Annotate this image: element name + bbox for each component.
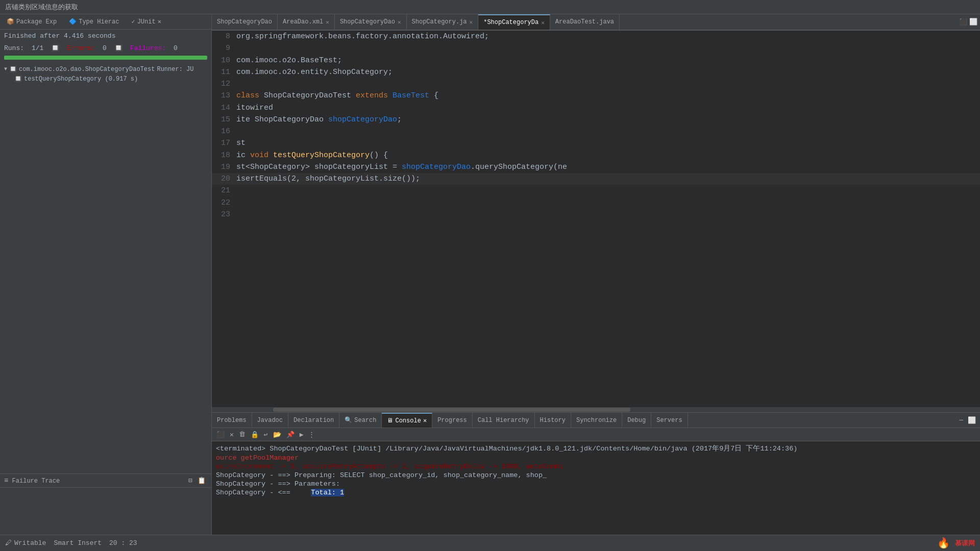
tab-debug[interactable]: Debug: [622, 413, 651, 428]
code-line-9: 9: [212, 42, 980, 54]
close-icon[interactable]: ✕: [326, 19, 329, 26]
tab-progress[interactable]: Progress: [432, 413, 473, 428]
tab-label: Servers: [656, 417, 682, 424]
bottom-panel-controls: — ⬜: [955, 413, 980, 428]
scrollbar-thumb[interactable]: [273, 408, 630, 412]
tab-label: Search: [354, 417, 376, 424]
tab-label: Call Hierarchy: [478, 417, 529, 424]
pin-console-btn[interactable]: 📌: [285, 430, 296, 439]
failures-label-text: Failures:: [130, 44, 166, 52]
code-line-18: 18 ic void testQueryShopCategory() {: [212, 149, 980, 161]
filter-btn[interactable]: ⊟: [187, 476, 194, 485]
maximize-bottom[interactable]: ⬜: [966, 416, 977, 425]
tab-console[interactable]: 🖥 Console ✕: [382, 413, 432, 428]
left-tabs: 📦 Package Exp 🔷 Type Hierac ✓ JUnit ✕: [0, 14, 211, 30]
code-horizontal-scrollbar[interactable]: [212, 407, 980, 412]
editor-tab-bar: ShopCategoryDao AreaDao.xml ✕ ShopCatego…: [212, 14, 980, 31]
tab-label: Progress: [437, 417, 467, 424]
tab-label: ShopCategoryDao: [340, 18, 395, 26]
bottom-tab-bar: Problems Javadoc Declaration 🔍 Search 🖥 …: [212, 413, 980, 428]
progress-fill: [4, 56, 207, 60]
code-line-11: 11 com.imooc.o2o.entity.ShopCategory;: [212, 66, 980, 78]
test-class-item[interactable]: ▼ 🔲 com.imooc.o2o.dao.ShopCategoryDaoTes…: [4, 64, 207, 74]
tab-label: ShopCategoryDao: [217, 18, 272, 26]
console-text: ShopCategory - ==> Preparing: SELECT sho…: [216, 471, 547, 479]
tab-declaration[interactable]: Declaration: [288, 413, 339, 428]
remove-all-btn[interactable]: ✕: [228, 430, 235, 439]
writable-icon: 🖊: [5, 539, 12, 547]
tab-label: Declaration: [293, 417, 334, 424]
console-text: ource getPoolManager: [216, 454, 299, 462]
copy-btn[interactable]: 📋: [196, 476, 207, 485]
tab-type-hierac[interactable]: 🔷 Type Hierac: [65, 17, 123, 27]
tab-history[interactable]: History: [535, 413, 571, 428]
tab-shopcat-dao[interactable]: ShopCategoryDao: [212, 14, 278, 30]
code-line-13: 13 class ShopCategoryDaoTest extends Bas…: [212, 90, 980, 102]
test-method-item[interactable]: 🔲 testQueryShopCategory (0.917 s): [4, 74, 207, 84]
tab-servers[interactable]: Servers: [651, 413, 688, 428]
close-icon[interactable]: ✕: [541, 19, 545, 26]
status-writable: 🖊 Writable: [5, 539, 46, 547]
code-line-21: 21: [212, 185, 980, 196]
minimize-bottom[interactable]: —: [958, 416, 965, 424]
code-line-14: 14 itowired: [212, 102, 980, 114]
console-icon: 🖥: [387, 417, 393, 424]
close-icon[interactable]: ✕: [398, 19, 401, 26]
tab-junit[interactable]: ✓ JUnit ✕: [127, 17, 165, 27]
main-layout: 📦 Package Exp 🔷 Type Hierac ✓ JUnit ✕ Fi…: [0, 14, 980, 535]
search-icon: 🔍: [345, 416, 352, 424]
console-close[interactable]: ✕: [423, 417, 427, 424]
tab-shopcatdao-active[interactable]: *ShopCategoryDa ✕: [478, 14, 550, 30]
errors-value: 0: [103, 44, 107, 52]
scroll-lock-btn[interactable]: 🔒: [249, 430, 260, 439]
writable-label: Writable: [14, 539, 46, 547]
console-toolbar: ⬛ ✕ 🗑 🔒 ↩ 📂 📌 ▶ ⋮: [212, 428, 980, 441]
tab-javadoc[interactable]: Javadoc: [252, 413, 288, 428]
test-tree: ▼ 🔲 com.imooc.o2o.dao.ShopCategoryDaoTes…: [0, 62, 211, 473]
code-line-15: 15 ite ShopCategoryDao shopCategoryDao;: [212, 114, 980, 126]
tab-package-exp[interactable]: 📦 Package Exp: [3, 17, 61, 27]
failure-trace-header: ≡ Failure Trace ⊟ 📋: [0, 474, 211, 488]
console-line-terminated: <terminated> ShopCategoryDaoTest [JUnit]…: [212, 443, 980, 454]
tab-call-hierarchy[interactable]: Call Hierarchy: [473, 413, 535, 428]
junit-close[interactable]: ✕: [158, 18, 161, 26]
word-wrap-btn[interactable]: ↩: [262, 430, 270, 439]
code-line-20: 20 isertEquals(2, shopCategoryList.size(…: [212, 173, 980, 185]
tab-label: Debug: [627, 417, 646, 424]
tab-synchronize[interactable]: Synchronize: [571, 413, 622, 428]
console-line-2: quireIncrement -> 3, acquireRetryAttempt…: [212, 462, 980, 471]
code-line-19: 19 st<ShopCategory> shopCategoryList = s…: [212, 161, 980, 173]
console-line-3: ShopCategory - ==> Preparing: SELECT sho…: [212, 471, 980, 480]
bottom-panel: Problems Javadoc Declaration 🔍 Search 🖥 …: [212, 412, 980, 535]
title-text: 店铺类别区域信息的获取: [5, 3, 78, 12]
runner-label: Runner: JU: [157, 66, 193, 73]
terminate-btn[interactable]: ⬛: [215, 430, 226, 439]
editor-panel: ShopCategoryDao AreaDao.xml ✕ ShopCatego…: [212, 14, 980, 535]
title-bar: 店铺类别区域信息的获取: [0, 0, 980, 14]
finished-message: Finished after 4.416 seconds: [0, 30, 211, 42]
minimize-editor[interactable]: ⬛: [959, 18, 967, 26]
tab-shopcategory-java[interactable]: ShopCategory.ja ✕: [407, 14, 479, 30]
failure-trace-label: ≡ Failure Trace: [4, 477, 60, 485]
tab-shopcat-dao2[interactable]: ShopCategoryDao ✕: [335, 14, 407, 30]
open-console-btn[interactable]: 📂: [272, 430, 283, 439]
status-position: 20 : 23: [109, 539, 137, 547]
run-btn[interactable]: ▶: [298, 430, 305, 439]
maximize-editor[interactable]: ⬜: [969, 18, 977, 26]
more-btn[interactable]: ⋮: [307, 430, 316, 439]
code-line-10: 10 com.imooc.o2o.BaseTest;: [212, 55, 980, 66]
tab-problems[interactable]: Problems: [212, 413, 252, 428]
class-icon: 🔲: [9, 65, 17, 73]
errors-label: 🔲: [51, 44, 59, 52]
method-icon: 🔲: [14, 75, 22, 83]
tab-areadao-xml[interactable]: AreaDao.xml ✕: [278, 14, 335, 30]
clear-console-btn[interactable]: 🗑: [237, 430, 247, 439]
tab-search[interactable]: 🔍 Search: [339, 413, 382, 428]
close-icon[interactable]: ✕: [470, 19, 473, 26]
code-editor[interactable]: 8 org.springframework.beans.factory.anno…: [212, 31, 980, 407]
console-prefix: ShopCategory - <==: [216, 489, 290, 496]
console-line-5: ShopCategory - <== Total: 1: [212, 488, 980, 497]
tab-areadaotest[interactable]: AreaDaoTest.java: [550, 14, 620, 30]
stats-row: Runs: 1/1 🔲 Errors: 0 🔲 Failures: 0: [0, 42, 211, 54]
tab-label: *ShopCategoryDa: [483, 19, 538, 26]
